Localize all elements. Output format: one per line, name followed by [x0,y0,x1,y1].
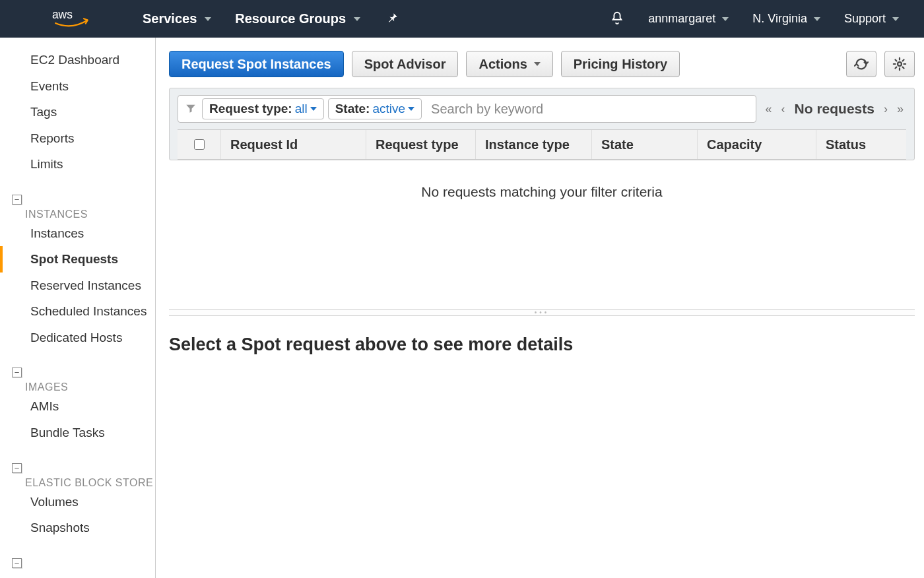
aws-logo[interactable]: aws [51,9,91,30]
sidebar-group-ebs-title: ELASTIC BLOCK STORE [7,477,155,489]
nav-support[interactable]: Support [832,12,911,26]
chevron-down-icon [814,17,820,21]
nav-pin-button[interactable] [372,12,413,26]
sidebar-item-ec2-dashboard[interactable]: EC2 Dashboard [0,47,155,73]
bell-icon [610,11,624,25]
filter-panel: Request type: all State: active « ‹ No r… [169,88,915,160]
filter-pill-state-value: active [372,102,405,116]
table-header-row: Request Id Request type Instance type St… [178,129,906,160]
sidebar-group-instances-title: INSTANCES [7,209,155,220]
sidebar-item-limits[interactable]: Limits [0,151,155,177]
nav-region-label: N. Virginia [752,12,807,26]
filter-icon [182,102,202,116]
sidebar-item-volumes[interactable]: Volumes [0,489,155,515]
search-input[interactable] [426,102,752,117]
column-capacity[interactable]: Capacity [698,130,816,159]
sidebar-group-images-title: IMAGES [7,381,155,393]
sidebar-item-reports[interactable]: Reports [0,125,155,152]
pager-next-button[interactable]: › [884,102,888,116]
sidebar: EC2 Dashboard Events Tags Reports Limits… [0,38,156,578]
pager-prev-button[interactable]: ‹ [781,102,785,116]
nav-user-label: annmargaret [648,12,715,26]
chevron-down-icon [310,107,317,111]
toolbar: Request Spot Instances Spot Advisor Acti… [169,51,915,77]
nav-region[interactable]: N. Virginia [741,12,832,26]
pager-first-button[interactable]: « [766,102,772,116]
filter-box: Request type: all State: active [178,95,756,123]
pager-last-button[interactable]: » [897,102,904,116]
sidebar-group-next-header: − [0,541,155,572]
column-request-type[interactable]: Request type [366,130,476,159]
detail-prompt: Select a Spot request above to see more … [169,316,915,355]
nav-notifications[interactable] [598,11,636,27]
filter-pill-request-type[interactable]: Request type: all [202,98,324,119]
spot-advisor-button[interactable]: Spot Advisor [352,51,459,77]
column-status[interactable]: Status [816,130,906,159]
nav-resource-groups[interactable]: Resource Groups [223,0,372,38]
nav-resource-groups-label: Resource Groups [235,11,346,26]
nav-user[interactable]: annmargaret [636,12,741,26]
sidebar-item-tags[interactable]: Tags [0,99,155,125]
sidebar-item-scheduled-instances[interactable]: Scheduled Instances [0,298,155,325]
refresh-icon [854,57,869,71]
pager: « ‹ No requests › » [763,101,906,117]
main-content: Request Spot Instances Spot Advisor Acti… [156,38,924,578]
gear-icon [892,57,907,71]
column-request-id[interactable]: Request Id [221,130,366,159]
actions-button-label: Actions [478,57,527,72]
sidebar-item-events[interactable]: Events [0,73,155,100]
sidebar-item-bundle-tasks[interactable]: Bundle Tasks [0,420,155,446]
sidebar-item-dedicated-hosts[interactable]: Dedicated Hosts [0,325,155,351]
chevron-down-icon [534,62,541,66]
actions-button[interactable]: Actions [466,51,552,77]
sidebar-group-instances-header: − [0,177,155,209]
collapse-toggle[interactable]: − [12,463,22,473]
sidebar-item-instances[interactable]: Instances [0,220,155,247]
sidebar-group-images-header: − [0,350,155,381]
select-all-checkbox[interactable] [194,139,205,150]
settings-button[interactable] [884,51,915,77]
pager-label: No requests [795,101,874,117]
collapse-toggle[interactable]: − [12,368,22,377]
chevron-down-icon [205,17,211,21]
sidebar-item-reserved-instances[interactable]: Reserved Instances [0,273,155,299]
sidebar-item-snapshots[interactable]: Snapshots [0,515,155,541]
collapse-toggle[interactable]: − [12,558,22,568]
top-nav: aws Services Resource Groups annmargaret… [0,0,924,38]
chevron-down-icon [354,17,360,21]
column-checkbox [178,130,221,159]
collapse-toggle[interactable]: − [12,195,22,205]
svg-point-1 [898,62,902,66]
request-spot-instances-button[interactable]: Request Spot Instances [169,51,344,77]
column-state[interactable]: State [592,130,698,159]
table-empty-message: No requests matching your filter criteri… [169,160,915,305]
filter-pill-state-label: State: [335,102,370,116]
nav-services-label: Services [143,11,197,26]
nav-support-label: Support [844,12,886,26]
sidebar-group-ebs-header: − [0,446,155,477]
chevron-down-icon [408,107,414,111]
drag-handle-icon: ••• [535,311,550,314]
sidebar-item-amis[interactable]: AMIs [0,393,155,420]
filter-pill-state[interactable]: State: active [328,98,422,119]
filter-pill-request-type-value: all [295,102,308,116]
chevron-down-icon [892,17,899,21]
split-handle[interactable]: ••• [169,309,915,316]
svg-text:aws: aws [52,9,73,21]
filter-pill-request-type-label: Request type: [209,102,292,116]
nav-services[interactable]: Services [131,0,223,38]
pricing-history-button[interactable]: Pricing History [561,51,680,77]
chevron-down-icon [722,17,729,21]
refresh-button[interactable] [846,51,876,77]
pin-icon [387,12,399,24]
column-instance-type[interactable]: Instance type [476,130,592,159]
sidebar-item-spot-requests[interactable]: Spot Requests [0,246,155,273]
